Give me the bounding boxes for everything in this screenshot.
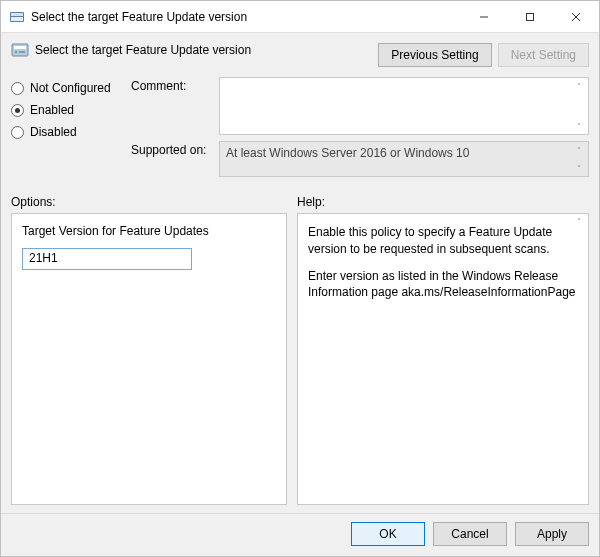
header-row: Select the target Feature Update version… [1, 33, 599, 77]
scroll-up-icon[interactable]: ˄ [572, 216, 586, 228]
policy-editor-window: Select the target Feature Update version [0, 0, 600, 557]
help-panel: ˄ Enable this policy to specify a Featur… [297, 213, 589, 505]
comment-textarea[interactable]: ˄ ˅ [219, 77, 589, 135]
supported-on-label: Supported on: [131, 141, 219, 157]
scroll-up-icon: ˄ [572, 144, 586, 156]
dialog-body: Select the target Feature Update version… [1, 33, 599, 556]
radio-enabled[interactable]: Enabled [11, 103, 131, 117]
svg-rect-10 [19, 51, 25, 53]
radio-not-configured[interactable]: Not Configured [11, 81, 131, 95]
state-radio-group: Not Configured Enabled Disabled [11, 77, 131, 183]
policy-title: Select the target Feature Update version [35, 43, 251, 57]
close-button[interactable] [553, 1, 599, 32]
titlebar[interactable]: Select the target Feature Update version [1, 1, 599, 33]
help-text: Enable this policy to specify a Feature … [308, 224, 578, 258]
options-panel: Target Version for Feature Updates 21H1 [11, 213, 287, 505]
apply-button[interactable]: Apply [515, 522, 589, 546]
help-text: Enter version as listed in the Windows R… [308, 268, 578, 302]
target-version-input[interactable]: 21H1 [22, 248, 192, 270]
svg-rect-4 [527, 13, 534, 20]
radio-icon [11, 126, 24, 139]
target-version-label: Target Version for Feature Updates [22, 224, 276, 238]
radio-label: Disabled [30, 125, 77, 139]
next-setting-button: Next Setting [498, 43, 589, 67]
svg-rect-1 [11, 13, 23, 16]
cancel-button[interactable]: Cancel [433, 522, 507, 546]
window-title: Select the target Feature Update version [31, 10, 461, 24]
scroll-down-icon[interactable]: ˅ [572, 120, 586, 132]
dialog-footer: OK Cancel Apply [1, 513, 599, 556]
previous-setting-button[interactable]: Previous Setting [378, 43, 491, 67]
svg-rect-8 [14, 46, 26, 49]
svg-rect-7 [12, 44, 28, 56]
radio-disabled[interactable]: Disabled [11, 125, 131, 139]
supported-on-value: At least Windows Server 2016 or Windows … [219, 141, 589, 177]
help-section-label: Help: [297, 195, 589, 209]
comment-label: Comment: [131, 77, 219, 93]
svg-rect-2 [11, 17, 23, 21]
radio-icon [11, 104, 24, 117]
config-row: Not Configured Enabled Disabled Comment:… [1, 77, 599, 189]
window-controls [461, 1, 599, 32]
svg-point-9 [15, 51, 17, 53]
maximize-button[interactable] [507, 1, 553, 32]
policy-icon [11, 41, 29, 59]
ok-button[interactable]: OK [351, 522, 425, 546]
options-section-label: Options: [11, 195, 287, 209]
radio-label: Not Configured [30, 81, 111, 95]
minimize-button[interactable] [461, 1, 507, 32]
radio-icon [11, 82, 24, 95]
app-icon [9, 9, 25, 25]
scroll-down-icon: ˅ [572, 162, 586, 174]
radio-label: Enabled [30, 103, 74, 117]
scroll-up-icon[interactable]: ˄ [572, 80, 586, 92]
